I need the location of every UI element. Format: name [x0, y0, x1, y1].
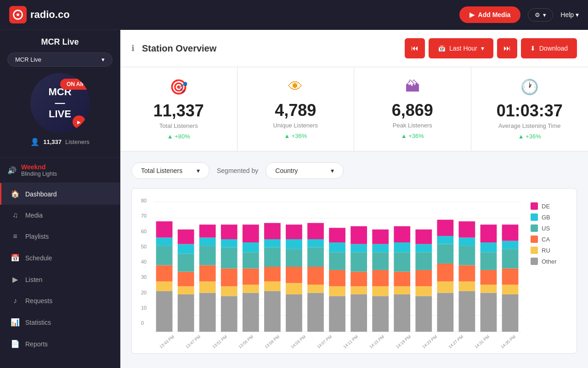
- prev-button[interactable]: ⏮: [405, 38, 425, 58]
- bar-segment: [394, 272, 410, 287]
- sidebar-item-dashboard[interactable]: 🏠 Dashboard: [0, 183, 120, 205]
- bar-segment: [481, 252, 497, 270]
- stat-card-avg-time: 🕐 01:03:37 Average Listening Time ▲ +36%: [471, 67, 588, 151]
- bar-segment: [437, 293, 453, 332]
- segmented-label: Segmented by: [217, 167, 258, 174]
- sidebar-item-playlists[interactable]: ≡ Playlists: [0, 226, 120, 247]
- bar-segment: [372, 296, 389, 332]
- bar-segment: [243, 285, 259, 293]
- bar-segment: [394, 226, 410, 242]
- help-button[interactable]: Help ▾: [560, 11, 579, 18]
- header-controls: ⏮ 📅 Last Hour ▾ ⏭ ⬇ Download: [405, 38, 577, 58]
- bar-segment: [243, 242, 259, 252]
- note-icon: ♪: [11, 297, 20, 305]
- bar-segment: [221, 296, 237, 332]
- chevron-down-icon: ▾: [331, 167, 334, 174]
- bar-segment: [394, 242, 410, 252]
- chart-bars: [156, 220, 519, 332]
- bar-segment: [329, 242, 345, 252]
- bar-segment: [351, 244, 367, 253]
- download-button[interactable]: ⬇ Download: [521, 38, 577, 58]
- bar-segment: [502, 249, 519, 268]
- download-icon: ⬇: [530, 45, 536, 52]
- y-label-40: 40: [141, 259, 150, 264]
- user-button[interactable]: ⚙ ▾: [528, 8, 553, 22]
- bar-segment: [459, 221, 475, 237]
- svg-point-2: [17, 13, 19, 16]
- sidebar-item-media[interactable]: ♫ Media: [0, 205, 120, 226]
- metric-selector[interactable]: Total Listeners ▾: [131, 162, 209, 179]
- bar-segment: [264, 223, 281, 239]
- sidebar-item-requests[interactable]: ♪ Requests: [0, 290, 120, 311]
- bar-segment: [415, 286, 432, 296]
- bar-segment: [415, 270, 432, 286]
- station-name: MCR Live: [7, 37, 113, 47]
- bar-segment: [199, 293, 216, 332]
- unique-listeners-label: Unique Listeners: [250, 122, 341, 129]
- legend-ca: CA: [531, 236, 567, 243]
- segment-selector[interactable]: Country ▾: [266, 162, 344, 179]
- bar-segment: [502, 241, 519, 249]
- app-logo[interactable]: radio.co: [9, 6, 70, 23]
- avg-time-value: 01:03:37: [484, 101, 576, 121]
- chart-legend: DE GB US CA: [531, 198, 567, 344]
- bar-segment: [178, 294, 194, 332]
- bar-segment: [329, 286, 345, 296]
- add-media-button[interactable]: ▶ Add Media: [459, 6, 521, 23]
- bar-segment: [221, 247, 237, 269]
- station-selector[interactable]: MCR Live ▾: [7, 52, 113, 67]
- next-button[interactable]: ⏭: [497, 38, 517, 58]
- legend-color-de: [531, 202, 538, 210]
- bar-segment: [243, 252, 259, 268]
- stats-grid: 🎯 11,337 Total Listeners ▲ +80% 👁 4,789 …: [120, 67, 588, 151]
- chart-area: 13:43 PM 13:47 PM 13:51 PM 13:55 PM 13:5…: [154, 198, 521, 344]
- sidebar-item-statistics[interactable]: 📊 Statistics: [0, 311, 120, 333]
- list-icon: ≡: [11, 232, 20, 241]
- sidebar-item-schedule[interactable]: 📅 Schedule: [0, 247, 120, 269]
- bar-segment: [415, 252, 432, 270]
- bar-segment: [351, 252, 367, 271]
- content-area: ℹ Station Overview ⏮ 📅 Last Hour ▾ ⏭ ⬇ D…: [120, 30, 588, 368]
- play-icon: ▶: [469, 11, 475, 18]
- legend-color-ca: [531, 236, 538, 243]
- y-label-10: 10: [141, 305, 150, 310]
- legend-de: DE: [531, 202, 567, 210]
- sidebar-item-reports[interactable]: 📄 Reports: [0, 333, 120, 355]
- stat-card-total: 🎯 11,337 Total Listeners ▲ +80%: [120, 67, 237, 151]
- bar-segment: [243, 293, 259, 332]
- play-button[interactable]: ▶: [73, 115, 85, 128]
- listener-icon: 👤: [30, 138, 40, 146]
- legend-color-ru: [531, 247, 538, 254]
- user-icon: ⚙: [535, 12, 540, 18]
- play-icon: ▶: [77, 120, 81, 125]
- bar-segment: [221, 269, 237, 287]
- bar-segment: [372, 286, 389, 296]
- bar-segment: [502, 224, 519, 241]
- bar-segment: [156, 237, 173, 246]
- y-axis: 80 70 60 50 40 30 20 10 0: [141, 198, 154, 344]
- period-button[interactable]: 📅 Last Hour ▾: [429, 38, 493, 58]
- prev-icon: ⏮: [411, 44, 418, 52]
- legend-other: Other: [531, 258, 567, 265]
- avg-time-label: Average Listening Time: [484, 122, 576, 129]
- bar-segment: [286, 239, 302, 249]
- bar-segment: [329, 270, 345, 286]
- bar-segment: [351, 226, 367, 244]
- peak-listeners-icon: 🏔: [367, 78, 458, 95]
- bar-segment: [502, 269, 519, 285]
- chevron-down-icon: ▾: [197, 167, 200, 174]
- bar-segment: [156, 221, 173, 237]
- bar-segment: [221, 224, 237, 239]
- bar-segment: [351, 286, 367, 294]
- legend-gb: GB: [531, 213, 567, 221]
- bar-segment: [437, 220, 453, 236]
- total-listeners-change: ▲ +80%: [133, 133, 224, 140]
- legend-color-other: [531, 258, 538, 265]
- bar-segment: [156, 246, 173, 265]
- next-icon: ⏭: [503, 44, 511, 52]
- bar-segment: [329, 228, 345, 242]
- bar-segment: [329, 296, 345, 332]
- bar-segment: [372, 244, 389, 253]
- bar-segment: [264, 267, 281, 282]
- sidebar-item-listen[interactable]: ▶ Listen: [0, 269, 120, 290]
